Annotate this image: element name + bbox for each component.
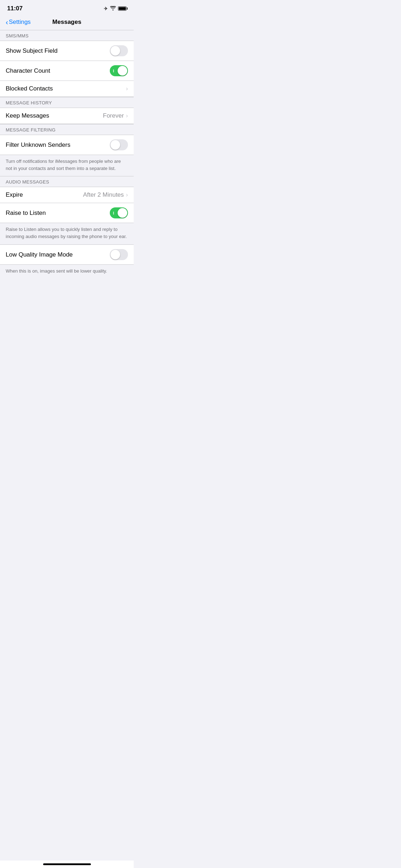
nav-bar: ‹ Settings Messages — [0, 16, 134, 30]
toggle-thumb — [110, 46, 120, 56]
low-quality-image-group: Low Quality Image Mode — [0, 244, 134, 265]
toggle-thumb — [118, 66, 127, 76]
chevron-right-icon: › — [126, 191, 128, 198]
expire-row[interactable]: Expire After 2 Minutes › — [0, 187, 134, 203]
expire-value: After 2 Minutes — [83, 191, 124, 198]
sms-mms-group: Show Subject Field Character Count I Blo… — [0, 41, 134, 97]
character-count-label: Character Count — [6, 67, 50, 74]
section-header-message-history: MESSAGE HISTORY — [0, 97, 134, 108]
chevron-right-icon: › — [126, 112, 128, 119]
section-header-sms-mms: SMS/MMS — [0, 30, 134, 41]
low-quality-image-mode-toggle[interactable] — [110, 249, 128, 260]
keep-messages-right: Forever › — [103, 112, 128, 119]
low-quality-image-mode-label: Low Quality Image Mode — [6, 251, 73, 258]
airplane-icon: ✈ — [104, 6, 108, 11]
toggle-thumb — [110, 250, 120, 259]
battery-icon — [118, 6, 127, 11]
back-button[interactable]: ‹ Settings — [6, 19, 31, 26]
expire-right: After 2 Minutes › — [83, 191, 128, 198]
keep-messages-label: Keep Messages — [6, 112, 49, 119]
raise-to-listen-label: Raise to Listen — [6, 210, 46, 217]
show-subject-field-label: Show Subject Field — [6, 47, 58, 55]
blocked-contacts-label: Blocked Contacts — [6, 85, 53, 92]
show-subject-field-toggle[interactable] — [110, 45, 128, 56]
toggle-on-label: I — [113, 69, 114, 73]
show-subject-field-row[interactable]: Show Subject Field — [0, 41, 134, 61]
message-history-group: Keep Messages Forever › — [0, 108, 134, 124]
blocked-contacts-row[interactable]: Blocked Contacts › — [0, 81, 134, 97]
low-quality-image-mode-row[interactable]: Low Quality Image Mode — [0, 245, 134, 264]
toggle-on-label: I — [113, 211, 114, 215]
audio-messages-group: Expire After 2 Minutes › Raise to Listen… — [0, 187, 134, 223]
raise-to-listen-toggle[interactable]: I — [110, 207, 128, 218]
wifi-icon — [110, 6, 116, 11]
character-count-row[interactable]: Character Count I — [0, 61, 134, 81]
message-filtering-group: Filter Unknown Senders — [0, 135, 134, 155]
raise-to-listen-description: Raise to Listen allows you to quickly li… — [0, 223, 134, 244]
back-label: Settings — [9, 19, 31, 26]
expire-label: Expire — [6, 191, 23, 198]
keep-messages-value: Forever — [103, 112, 124, 119]
toggle-thumb — [118, 208, 127, 218]
filter-unknown-senders-label: Filter Unknown Senders — [6, 141, 70, 149]
status-time: 11:07 — [7, 5, 22, 12]
keep-messages-row[interactable]: Keep Messages Forever › — [0, 108, 134, 124]
filter-description: Turn off notifications for iMessages fro… — [0, 155, 134, 176]
back-chevron-icon: ‹ — [6, 19, 8, 26]
chevron-right-icon: › — [126, 85, 128, 92]
character-count-toggle[interactable]: I — [110, 65, 128, 76]
section-header-message-filtering: MESSAGE FILTERING — [0, 124, 134, 135]
toggle-thumb — [110, 140, 120, 150]
filter-unknown-senders-toggle[interactable] — [110, 139, 128, 150]
blocked-contacts-right: › — [126, 85, 128, 92]
page-title: Messages — [52, 19, 81, 26]
raise-to-listen-row[interactable]: Raise to Listen I — [0, 203, 134, 223]
status-bar: 11:07 ✈ — [0, 0, 134, 16]
low-quality-description: When this is on, images sent will be low… — [0, 265, 134, 279]
section-header-audio-messages: AUDIO MESSAGES — [0, 176, 134, 187]
filter-unknown-senders-row[interactable]: Filter Unknown Senders — [0, 135, 134, 155]
status-icons: ✈ — [104, 6, 127, 11]
